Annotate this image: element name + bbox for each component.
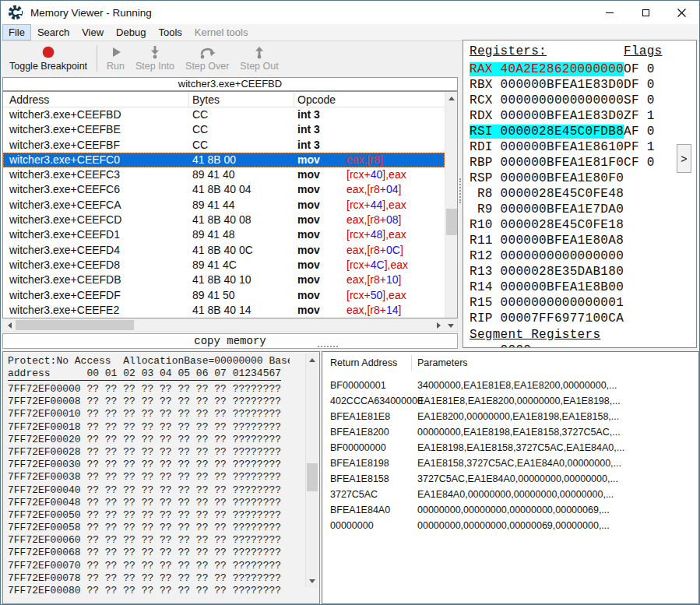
scrollbar-thumb[interactable] xyxy=(307,463,318,491)
scroll-down-icon[interactable] xyxy=(445,319,457,332)
flag-row[interactable]: AF 0 xyxy=(624,125,663,140)
register-row[interactable]: RBP 000000BFEA1E81F0 xyxy=(470,156,624,171)
segment-registers-title[interactable]: Segment Registers xyxy=(470,328,600,342)
disassembly-row[interactable]: witcher3.exe+CEEFD441 8B 40 0Cmoveax,[r8… xyxy=(3,243,445,258)
register-row[interactable]: RSP 000000BFEA1E80F0 xyxy=(470,171,624,187)
menu-item-tools[interactable]: Tools xyxy=(152,24,188,40)
disassembly-row[interactable]: witcher3.exe+CEEFC041 8B 00moveax,[r8] xyxy=(3,153,445,167)
hex-row[interactable]: 7FF72EF00008 ?? ?? ?? ?? ?? ?? ?? ?? ???… xyxy=(8,396,281,408)
register-row[interactable]: R15 0000000000000001 xyxy=(470,296,624,311)
hex-row[interactable]: 7FF72EF00040 ?? ?? ?? ?? ?? ?? ?? ?? ???… xyxy=(8,484,281,497)
hex-row[interactable]: 7FF72EF00020 ?? ?? ?? ?? ?? ?? ?? ?? ???… xyxy=(8,434,281,446)
stack-row[interactable]: BFEA1E8198EA1E8158,3727C5AC,EA1E84A0,000… xyxy=(330,458,695,473)
flag-row[interactable]: CF 0 xyxy=(624,156,663,171)
disassembly-row[interactable]: witcher3.exe+CEEFBECCint 3 xyxy=(3,122,445,137)
column-parameters[interactable]: Parameters xyxy=(417,357,468,368)
horizontal-splitter-handle[interactable] xyxy=(318,346,338,347)
disassembler-vertical-scrollbar[interactable] xyxy=(445,92,457,318)
hex-row[interactable]: 7FF72EF00068 ?? ?? ?? ?? ?? ?? ?? ?? ???… xyxy=(8,547,281,559)
hex-row[interactable]: 7FF72EF00028 ?? ?? ?? ?? ?? ?? ?? ?? ???… xyxy=(8,446,281,459)
register-row[interactable]: RDX 000000BFEA1E83D0 xyxy=(470,109,624,125)
column-opcode[interactable]: Opcode xyxy=(297,93,336,106)
hex-row[interactable]: 7FF72EF00048 ?? ?? ?? ?? ?? ?? ?? ?? ???… xyxy=(8,497,281,509)
vertical-splitter-handle[interactable] xyxy=(459,178,461,203)
stack-row[interactable]: BF0000000134000000,EA1E81E8,EA1E8200,000… xyxy=(330,380,695,396)
hex-row[interactable]: 7FF72EF00078 ?? ?? ?? ?? ?? ?? ?? ?? ???… xyxy=(8,572,281,585)
column-address[interactable]: Address xyxy=(9,93,49,106)
disassembly-row[interactable]: witcher3.exe+CEEFDF89 41 50mov[rcx+50],e… xyxy=(3,288,445,303)
hex-row[interactable]: 7FF72EF00018 ?? ?? ?? ?? ?? ?? ?? ?? ???… xyxy=(8,421,281,434)
hex-row[interactable]: 7FF72EF00060 ?? ?? ?? ?? ?? ?? ?? ?? ???… xyxy=(8,534,281,547)
disassembler-location-header[interactable]: witcher3.exe+CEEFBD xyxy=(2,77,458,91)
expand-registers-button[interactable]: > xyxy=(677,144,691,173)
minimize-button[interactable] xyxy=(592,1,628,24)
disassembly-row[interactable]: witcher3.exe+CEEFC389 41 40mov[rcx+40],e… xyxy=(3,167,445,182)
disassembly-row[interactable]: witcher3.exe+CEEFDB41 8B 40 10moveax,[r8… xyxy=(3,273,445,287)
hex-row[interactable]: 7FF72EF00058 ?? ?? ?? ?? ?? ?? ?? ?? ???… xyxy=(8,522,281,534)
scroll-down-icon[interactable] xyxy=(306,575,318,587)
disassembly-row[interactable]: witcher3.exe+CEEFD189 41 48mov[rcx+48],e… xyxy=(3,227,445,242)
menu-item-view[interactable]: View xyxy=(76,24,110,40)
scroll-up-icon[interactable] xyxy=(445,92,458,104)
stack-row[interactable]: 402CCCA634000000EA1E81E8,EA1E8200,000000… xyxy=(330,396,695,411)
stack-row[interactable]: BFEA1E820000000000,EA1E8198,EA1E8158,372… xyxy=(330,427,695,442)
register-row[interactable]: RDI 000000BFEA1E8610 xyxy=(470,140,624,156)
memory-hex-view[interactable]: Protect:No Access AllocationBase=0000000… xyxy=(2,351,320,604)
register-row[interactable]: R14 000000BFEA1E8B00 xyxy=(470,280,624,296)
scroll-right-icon[interactable] xyxy=(432,319,445,332)
hex-row[interactable]: 7FF72EF00050 ?? ?? ?? ?? ?? ?? ?? ?? ???… xyxy=(8,509,281,522)
stack-row[interactable]: BFEA1E81583727C5AC,EA1E84A0,00000000,000… xyxy=(330,473,695,489)
scrollbar-thumb[interactable] xyxy=(16,320,134,330)
flag-row[interactable]: PF 1 xyxy=(624,140,663,156)
flag-row[interactable]: DF 0 xyxy=(624,78,663,93)
disassembly-row[interactable]: witcher3.exe+CEEFC641 8B 40 04moveax,[r8… xyxy=(3,182,445,197)
column-return-address[interactable]: Return Address xyxy=(330,357,397,368)
stack-row[interactable]: BFEA1E81E8EA1E8200,00000000,EA1E8198,EA1… xyxy=(330,411,695,427)
register-row[interactable]: R12 0000000000000000 xyxy=(470,249,624,265)
stack-row[interactable]: 3727C5ACEA1E84A0,00000000,00000000,00000… xyxy=(330,489,695,505)
hex-row[interactable]: 7FF72EF00070 ?? ?? ?? ?? ?? ?? ?? ?? ???… xyxy=(8,560,281,572)
hex-row[interactable]: 7FF72EF00038 ?? ?? ?? ?? ?? ?? ?? ?? ???… xyxy=(8,471,281,484)
operand-segment: 04 xyxy=(386,183,399,195)
disassembly-row[interactable]: witcher3.exe+CEEFCD41 8B 40 08moveax,[r8… xyxy=(3,213,445,227)
close-button[interactable] xyxy=(663,1,699,24)
register-row[interactable]: RBX 000000BFEA1E83D0 xyxy=(470,78,624,93)
register-row[interactable]: RAX 40A2E28620000000 xyxy=(470,62,624,78)
flag-row[interactable]: OF 0 xyxy=(624,62,663,78)
register-row[interactable]: RCX 0000000000000000 xyxy=(470,93,624,109)
register-row[interactable]: R10 0000028E45C0FE18 xyxy=(470,218,624,234)
menu-item-search[interactable]: Search xyxy=(31,24,76,40)
scrollbar-thumb[interactable] xyxy=(446,209,457,235)
scroll-left-icon[interactable] xyxy=(3,319,16,332)
disassembly-row[interactable]: witcher3.exe+CEEFCA89 41 44mov[rcx+44],e… xyxy=(3,198,445,213)
register-row[interactable]: RSI 0000028E45C0FDB8 xyxy=(470,125,624,140)
register-row[interactable]: R13 0000028E35DAB180 xyxy=(470,265,624,280)
stack-row[interactable]: 0000000000000000,00000000,00000069,00000… xyxy=(330,520,695,536)
hex-vertical-scrollbar[interactable] xyxy=(305,354,318,587)
register-row[interactable]: R9 000000BFEA1E7DA0 xyxy=(470,202,624,218)
copy-memory-button[interactable]: copy memory xyxy=(2,333,458,349)
disassembler-horizontal-scrollbar[interactable] xyxy=(2,318,458,332)
column-bytes[interactable]: Bytes xyxy=(192,93,220,106)
maximize-button[interactable] xyxy=(628,1,663,24)
hex-row[interactable]: 7FF72EF00010 ?? ?? ?? ?? ?? ?? ?? ?? ???… xyxy=(8,408,281,420)
menu-item-file[interactable]: File xyxy=(2,24,31,40)
flag-row[interactable]: SF 0 xyxy=(624,93,663,109)
register-row[interactable]: R11 000000BFEA1E80A8 xyxy=(470,234,624,249)
flag-row[interactable]: ZF 1 xyxy=(624,109,663,125)
hex-row[interactable]: 7FF72EF00030 ?? ?? ?? ?? ?? ?? ?? ?? ???… xyxy=(8,459,281,471)
register-row[interactable]: RIP 00007FF6977100CA xyxy=(470,311,624,327)
disassembly-row[interactable]: witcher3.exe+CEEFBDCCint 3 xyxy=(3,107,445,122)
toggle-breakpoint-button[interactable]: Toggle Breakpoint xyxy=(4,42,93,76)
disassembly-row[interactable]: witcher3.exe+CEEFE241 8B 40 14moveax,[r8… xyxy=(3,303,445,318)
operand-segment: 14 xyxy=(386,304,399,316)
scroll-up-icon[interactable] xyxy=(306,354,318,366)
stack-row[interactable]: BF00000000EA1E8198,EA1E8158,3727C5AC,EA1… xyxy=(330,442,695,458)
register-row[interactable]: R8 0000028E45C0FE48 xyxy=(470,187,624,202)
hex-row[interactable]: 7FF72EF00000 ?? ?? ?? ?? ?? ?? ?? ?? ???… xyxy=(8,383,281,396)
disassembly-row[interactable]: witcher3.exe+CEEFD889 41 4Cmov[rcx+4C],e… xyxy=(3,258,445,273)
disassembly-row[interactable]: witcher3.exe+CEEFBFCCint 3 xyxy=(3,138,445,153)
hex-row[interactable]: 7FF72EF00080 ?? ?? ?? ?? ?? ?? ?? ?? ???… xyxy=(8,585,281,597)
stack-row[interactable]: BFEA1E84A000000000,00000000,00000000,000… xyxy=(330,505,695,520)
menu-item-debug[interactable]: Debug xyxy=(110,24,152,40)
